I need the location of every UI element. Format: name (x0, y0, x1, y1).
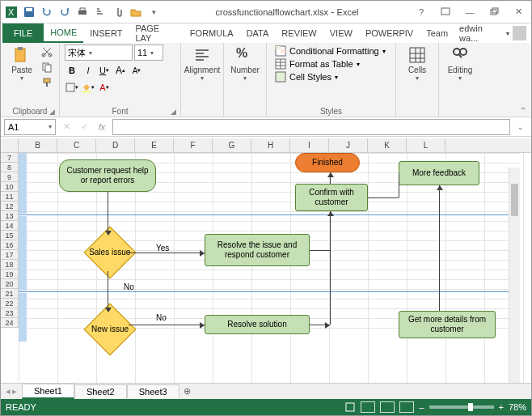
col-header[interactable]: F (174, 138, 213, 152)
row-header[interactable]: 21 (1, 289, 19, 299)
sheet-nav[interactable]: ◂▸ (1, 386, 22, 397)
cell-styles-button[interactable]: Cell Styles ▾ (272, 70, 389, 83)
tab-data[interactable]: DATA (240, 23, 276, 43)
conditional-formatting-button[interactable]: Conditional Formatting ▾ (272, 45, 389, 57)
col-header[interactable]: H (251, 138, 290, 152)
page-layout-view-icon[interactable] (380, 401, 395, 413)
scroll-thumb[interactable] (511, 184, 518, 216)
tab-pagelayout[interactable]: PAGE LAY (129, 23, 183, 43)
select-all-corner[interactable] (1, 138, 19, 152)
font-size-combo[interactable]: 11▾ (134, 45, 163, 61)
qat-customize-icon[interactable]: ▾ (146, 5, 161, 19)
ribbon-display-icon[interactable] (434, 3, 457, 21)
borders-icon[interactable]: ▾ (65, 80, 79, 95)
collapse-ribbon-icon[interactable]: ⌃ (520, 106, 526, 115)
zoom-thumb[interactable] (468, 403, 473, 411)
row-header[interactable]: 24 (1, 318, 19, 328)
format-as-table-button[interactable]: Format as Table ▾ (272, 57, 389, 70)
row-header[interactable]: 23 (1, 308, 19, 318)
sort-icon[interactable] (93, 5, 108, 19)
row-header[interactable]: 9 (1, 172, 19, 182)
expand-formula-bar-icon[interactable]: ⌄ (513, 120, 528, 134)
tab-home[interactable]: HOME (44, 23, 83, 43)
fill-color-icon[interactable]: ▾ (81, 80, 95, 95)
cancel-icon[interactable]: ✕ (59, 120, 74, 134)
cut-icon[interactable] (40, 45, 54, 59)
print-icon[interactable] (75, 5, 90, 19)
clipboard-dialog-launcher[interactable]: ◢ (49, 108, 57, 116)
page-break-view-icon[interactable] (399, 401, 414, 413)
col-header[interactable]: B (19, 138, 57, 152)
editing-button[interactable]: Editing ▾ (444, 45, 476, 83)
row-header[interactable]: 17 (1, 250, 19, 260)
add-sheet-button[interactable]: ⊕ (179, 386, 196, 397)
tab-review[interactable]: REVIEW (275, 23, 323, 43)
user-menu[interactable]: edwin wa... ▾ (454, 23, 531, 43)
zoom-out-icon[interactable]: – (419, 402, 424, 412)
tab-view[interactable]: VIEW (323, 23, 359, 43)
excel-icon[interactable]: X (4, 5, 19, 19)
col-header[interactable]: C (57, 138, 96, 152)
sheet-tab-2[interactable]: Sheet2 (74, 384, 127, 398)
font-dialog-launcher[interactable]: ◢ (171, 108, 179, 116)
sheet-tab-3[interactable]: Sheet3 (127, 384, 179, 398)
font-name-combo[interactable]: 宋体▾ (65, 45, 133, 61)
shape-finished[interactable]: Finished (295, 153, 360, 172)
close-icon[interactable]: ✕ (507, 3, 530, 21)
col-header[interactable]: K (368, 138, 407, 152)
row-header[interactable]: 19 (1, 270, 19, 279)
macro-record-icon[interactable] (344, 401, 356, 413)
row-header[interactable]: 18 (1, 260, 19, 270)
sheet-tab-1[interactable]: Sheet1 (22, 384, 74, 399)
enter-icon[interactable]: ✓ (77, 120, 91, 134)
row-header[interactable]: 12 (1, 202, 19, 211)
bold-button[interactable]: B (65, 63, 79, 78)
shape-confirm[interactable]: Confirm with customer (295, 184, 368, 211)
tab-file[interactable]: FILE (2, 23, 44, 43)
tab-insert[interactable]: INSERT (83, 23, 129, 43)
paste-button[interactable]: Paste ▾ (6, 45, 38, 83)
minimize-icon[interactable]: — (458, 3, 481, 21)
format-painter-icon[interactable] (40, 75, 54, 90)
shape-customer-request[interactable]: Customer request help or report errors (59, 159, 156, 192)
undo-icon[interactable] (40, 5, 54, 19)
col-header[interactable]: E (135, 138, 174, 152)
row-header[interactable]: 16 (1, 240, 19, 250)
row-header[interactable]: 7 (1, 153, 19, 163)
cells-area[interactable]: Customer request help or report errors F… (19, 153, 520, 383)
fx-icon[interactable]: fx (95, 120, 109, 134)
row-header[interactable]: 15 (1, 231, 19, 240)
name-box[interactable]: A1 ▾ (4, 119, 56, 135)
increase-font-icon[interactable]: A▴ (113, 63, 128, 78)
restore-icon[interactable] (483, 3, 505, 21)
vertical-scrollbar[interactable] (509, 168, 520, 383)
col-header[interactable]: I (290, 138, 329, 152)
col-header[interactable]: J (329, 138, 368, 152)
number-button[interactable]: % Number ▾ (229, 45, 261, 83)
shape-resolve-solution[interactable]: Resolve solution (205, 315, 310, 334)
row-header[interactable]: 10 (1, 182, 19, 192)
col-header[interactable]: L (407, 138, 445, 152)
tab-powerpivot[interactable]: POWERPIV (359, 23, 420, 43)
col-header[interactable]: D (96, 138, 135, 152)
row-header[interactable]: 14 (1, 221, 19, 231)
row-header[interactable]: 22 (1, 299, 19, 308)
tab-formulas[interactable]: FORMULA (184, 23, 240, 43)
tab-team[interactable]: Team (420, 23, 454, 43)
redo-icon[interactable] (57, 5, 72, 19)
attach-icon[interactable] (111, 5, 125, 19)
row-header[interactable]: 13 (1, 211, 19, 221)
zoom-in-icon[interactable]: + (499, 402, 504, 412)
alignment-button[interactable]: Alignment ▾ (186, 45, 218, 83)
cells-button[interactable]: Cells ▾ (401, 45, 433, 83)
italic-button[interactable]: I (81, 63, 95, 78)
decrease-font-icon[interactable]: A▾ (129, 63, 144, 78)
row-header[interactable]: 8 (1, 163, 19, 172)
worksheet-grid[interactable]: B C D E F G H I J K L 789101112131415161… (1, 138, 531, 383)
zoom-value[interactable]: 78% (509, 402, 526, 412)
shape-more-feedback[interactable]: More feedback (399, 161, 479, 185)
formula-input[interactable] (112, 119, 510, 135)
open-icon[interactable] (129, 5, 143, 19)
row-header[interactable]: 20 (1, 279, 19, 289)
shape-get-details[interactable]: Get more details from customer (399, 311, 496, 338)
